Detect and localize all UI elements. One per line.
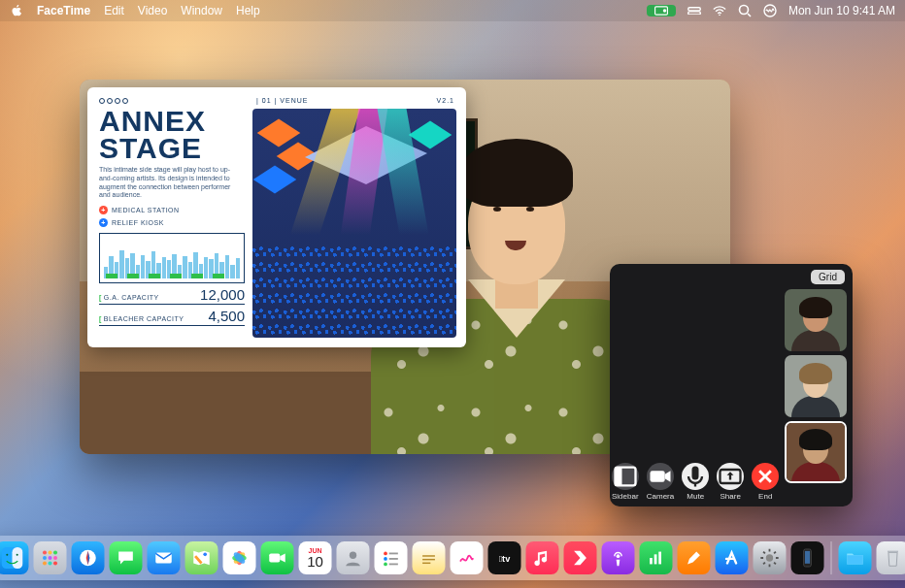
wifi-icon[interactable] — [713, 5, 726, 16]
svg-rect-42 — [422, 559, 435, 560]
share-button[interactable]: Share — [717, 463, 744, 501]
dock-notes[interactable] — [413, 541, 446, 574]
svg-rect-11 — [694, 483, 696, 487]
svg-point-20 — [43, 556, 47, 560]
svg-rect-27 — [155, 553, 172, 564]
dock-maps[interactable] — [185, 541, 218, 574]
dock-messages[interactable] — [110, 541, 143, 574]
sidebar-icon — [612, 463, 639, 490]
apple-menu[interactable] — [10, 5, 23, 16]
dock-reminders[interactable] — [375, 541, 408, 574]
capacity-row: G.A. CAPACITY12,000 — [99, 283, 245, 305]
dock-settings[interactable] — [754, 541, 787, 574]
dock-trash[interactable] — [877, 541, 906, 574]
panel-isometric-render — [252, 109, 456, 338]
dock-facetime[interactable] — [261, 541, 294, 574]
dock-appstore[interactable] — [716, 541, 749, 574]
svg-point-5 — [739, 6, 748, 15]
self-view-thumbnail[interactable] — [785, 421, 847, 483]
legend-item: +MEDICAL STATION — [99, 206, 274, 214]
svg-rect-3 — [688, 12, 701, 15]
end-button[interactable]: End — [752, 463, 779, 501]
capacity-row: BLEACHER CAPACITY4,500 — [99, 305, 245, 326]
brand-dots-icon — [99, 98, 128, 104]
svg-point-28 — [203, 553, 207, 557]
dock-iphone-mirroring[interactable] — [791, 541, 824, 574]
panel-minimap — [99, 233, 245, 283]
facetime-window[interactable]: Grid SidebarCameraMuteShareEnd — [610, 264, 853, 506]
panel-breadcrumb: | 01 | VENUE — [256, 97, 308, 104]
svg-rect-8 — [615, 468, 621, 486]
svg-point-35 — [384, 552, 387, 556]
menubar-item-video[interactable]: Video — [138, 4, 167, 17]
svg-rect-14 — [13, 547, 23, 569]
menubar-app-name[interactable]: FaceTime — [37, 4, 90, 17]
dock-safari[interactable] — [72, 541, 105, 574]
svg-rect-40 — [389, 564, 398, 566]
svg-point-25 — [53, 561, 57, 565]
dock-photos[interactable] — [223, 541, 256, 574]
participant-thumbnail[interactable] — [785, 289, 847, 351]
svg-point-15 — [6, 554, 8, 556]
svg-rect-2 — [688, 7, 701, 10]
svg-point-18 — [48, 550, 51, 554]
menubar-datetime[interactable]: Mon Jun 10 9:41 AM — [788, 4, 895, 17]
dock-freeform[interactable] — [451, 541, 484, 574]
siri-icon[interactable] — [763, 5, 777, 16]
svg-point-37 — [384, 557, 387, 561]
svg-point-34 — [350, 552, 356, 559]
mute-button[interactable]: Mute — [682, 463, 709, 501]
svg-rect-52 — [888, 551, 898, 553]
sidebar-button[interactable]: Sidebar — [612, 463, 639, 501]
svg-rect-10 — [692, 467, 699, 480]
dock-numbers[interactable] — [640, 541, 673, 574]
participant-thumbnail[interactable] — [785, 355, 847, 417]
screenshare-indicator[interactable] — [647, 5, 676, 16]
dock-launchpad[interactable] — [34, 541, 67, 574]
svg-point-24 — [48, 561, 51, 565]
svg-point-39 — [384, 563, 387, 567]
svg-rect-9 — [650, 471, 664, 482]
svg-rect-47 — [654, 554, 657, 564]
desktop: FaceTime Edit Video Window Help Mon Jun … — [0, 0, 905, 588]
dock-downloads[interactable] — [839, 541, 872, 574]
mute-icon — [682, 463, 709, 490]
dock-podcasts[interactable] — [602, 541, 635, 574]
dock-calendar[interactable]: JUN10 — [299, 541, 332, 574]
dock-music[interactable] — [526, 541, 559, 574]
panel-version: V2.1 — [437, 97, 454, 104]
svg-point-45 — [617, 554, 620, 558]
panel-description: This intimate side stage will play host … — [99, 166, 235, 200]
shared-content-panel: | 01 | VENUE V2.1 ANNEX STAGE This intim… — [87, 87, 466, 347]
svg-rect-33 — [269, 553, 280, 562]
dock-tv[interactable]: tv — [488, 541, 521, 574]
svg-point-49 — [766, 554, 773, 561]
dock-pages[interactable] — [678, 541, 711, 574]
grid-view-button[interactable]: Grid — [811, 270, 845, 284]
svg-point-21 — [48, 556, 51, 560]
svg-rect-41 — [422, 555, 435, 556]
svg-point-17 — [43, 550, 47, 554]
svg-text:tv: tv — [499, 554, 511, 564]
svg-rect-36 — [389, 553, 398, 555]
control-center-icon[interactable] — [687, 5, 701, 16]
svg-point-4 — [719, 15, 721, 16]
camera-button[interactable]: Camera — [647, 463, 674, 501]
svg-rect-43 — [422, 563, 430, 564]
dock-finder[interactable] — [0, 541, 29, 574]
camera-icon — [647, 463, 674, 490]
menubar-item-window[interactable]: Window — [181, 4, 222, 17]
svg-point-22 — [53, 556, 57, 560]
spotlight-icon[interactable] — [738, 5, 752, 16]
dock-news[interactable] — [564, 541, 597, 574]
svg-rect-51 — [805, 551, 810, 564]
svg-point-23 — [43, 561, 47, 565]
dock-contacts[interactable] — [337, 541, 370, 574]
menubar-item-help[interactable]: Help — [236, 4, 260, 17]
share-icon — [717, 463, 744, 490]
facetime-controls: SidebarCameraMuteShareEnd — [610, 463, 781, 501]
end-icon — [752, 463, 779, 490]
legend-item: +RELIEF KIOSK — [99, 218, 274, 227]
menubar-item-edit[interactable]: Edit — [104, 4, 124, 17]
dock-mail[interactable] — [148, 541, 181, 574]
